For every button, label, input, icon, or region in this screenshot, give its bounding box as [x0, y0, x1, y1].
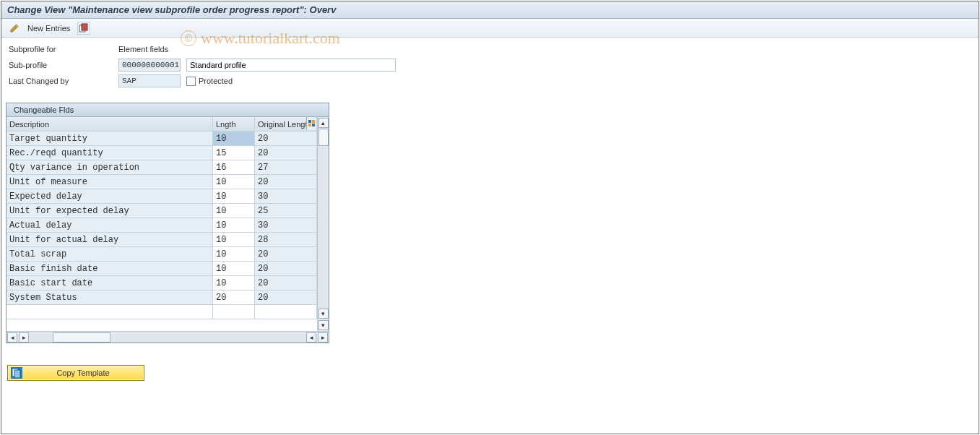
table-row[interactable]: Total scrap1020 [6, 247, 317, 262]
subprofile-label: Sub-profile [9, 61, 118, 69]
cell-length[interactable]: 10 [213, 276, 255, 290]
cell-description: Unit for expected delay [6, 204, 213, 218]
cell-description: System Status [6, 290, 213, 304]
changeable-fields-table: Changeable Flds Description Lngth Origin… [6, 103, 329, 343]
cell-description: Basic start date [6, 276, 213, 290]
cell-length[interactable]: 10 [213, 189, 255, 203]
table-row[interactable]: Actual delay1030 [6, 218, 317, 233]
cell-original-length: 20 [255, 247, 317, 261]
subprofile-for-label: Subprofile for [9, 45, 118, 53]
cell-original-length: 20 [255, 262, 317, 275]
cell-original-length: 30 [255, 189, 317, 203]
cell-original-length: 25 [255, 204, 317, 218]
cell-description: Qty variance in operation [6, 160, 213, 174]
cell-length[interactable]: 20 [213, 290, 255, 304]
cell-description: Target quantity [6, 132, 213, 145]
cell-length[interactable]: 10 [213, 247, 255, 261]
scroll-up-icon[interactable]: ▴ [318, 118, 329, 128]
cell-length[interactable]: 10 [213, 132, 255, 145]
scroll-right-icon[interactable]: ▸ [19, 332, 29, 343]
cell-description: Rec./reqd quantity [6, 146, 213, 160]
cell-description: Expected delay [6, 189, 213, 203]
table-row[interactable]: Unit for actual delay1028 [6, 233, 317, 247]
cell-length[interactable]: 10 [213, 218, 255, 232]
page-title: Change View "Maintenance view subprofile… [1, 1, 979, 19]
cell-length[interactable]: 10 [213, 262, 255, 275]
cell-length[interactable]: 10 [213, 175, 255, 189]
svg-rect-2 [308, 120, 311, 123]
last-changed-value: SAP [118, 74, 181, 87]
table-row [6, 305, 317, 319]
cell-description: Total scrap [6, 247, 213, 261]
hscroll-thumb[interactable] [53, 332, 110, 343]
cell-length[interactable]: 15 [213, 146, 255, 160]
cell-original-length: 20 [255, 276, 317, 290]
copy-template-icon [11, 367, 22, 379]
table-row[interactable]: Unit for expected delay1025 [6, 204, 317, 218]
cell-description: Actual delay [6, 218, 213, 232]
table-header: Description Lngth Original Length [6, 117, 317, 132]
cell-description: Basic finish date [6, 262, 213, 275]
horizontal-scrollbar[interactable]: ◂ ▸ ◂ ▸ [6, 331, 329, 343]
cell-description: Unit for actual delay [6, 233, 213, 246]
subprofile-desc-input[interactable] [186, 59, 396, 72]
svg-rect-5 [312, 124, 315, 126]
table-row[interactable]: Qty variance in operation1627 [6, 160, 317, 175]
form-area: Subprofile for Element fields Sub-profil… [1, 38, 979, 90]
protected-label: Protected [199, 77, 233, 85]
checkbox-icon [186, 77, 196, 86]
cell-original-length: 20 [255, 146, 317, 160]
copy-template-label: Copy Template [25, 369, 141, 377]
scroll-left2-icon[interactable]: ◂ [306, 332, 316, 343]
copy-template-button[interactable]: Copy Template [7, 365, 144, 381]
cell-description: Unit of measure [6, 175, 213, 189]
copy-as-icon[interactable] [77, 22, 90, 35]
svg-rect-3 [312, 120, 315, 123]
cell-original-length: 20 [255, 175, 317, 189]
svg-rect-1 [82, 24, 87, 30]
scroll-thumb[interactable] [318, 129, 329, 146]
cell-length[interactable]: 10 [213, 233, 255, 246]
scroll-down-icon[interactable]: ▾ [318, 309, 329, 319]
table-configure-icon[interactable] [306, 117, 316, 130]
subprofile-value: 000000000001 [118, 59, 181, 72]
cell-original-length: 28 [255, 233, 317, 246]
table-row[interactable]: Unit of measure1020 [6, 175, 317, 189]
cell-original-length: 30 [255, 218, 317, 232]
col-header-olen-text: Original Length [258, 120, 312, 129]
cell-original-length: 20 [255, 290, 317, 304]
svg-rect-7 [14, 370, 20, 378]
cell-original-length: 20 [255, 132, 317, 145]
col-header-description[interactable]: Description [6, 117, 213, 131]
svg-rect-4 [308, 124, 311, 126]
toggle-display-change-icon[interactable] [9, 22, 20, 34]
scroll-left-icon[interactable]: ◂ [7, 332, 17, 343]
cell-original-length: 27 [255, 160, 317, 174]
table-row[interactable]: Basic finish date1020 [6, 262, 317, 276]
new-entries-button[interactable]: New Entries [27, 24, 70, 33]
scroll-right2-icon[interactable]: ▸ [318, 332, 328, 343]
col-header-original-length[interactable]: Original Length [255, 117, 317, 131]
vertical-scrollbar[interactable]: ▴ ▾ ▾ [317, 117, 329, 331]
table-row[interactable]: Expected delay1030 [6, 189, 317, 204]
table-row[interactable]: System Status2020 [6, 290, 317, 305]
last-changed-label: Last Changed by [9, 77, 118, 85]
table-row[interactable]: Rec./reqd quantity1520 [6, 146, 317, 160]
scroll-bottom-icon[interactable]: ▾ [318, 320, 329, 330]
table-caption: Changeable Flds [6, 103, 329, 117]
protected-checkbox[interactable]: Protected [186, 77, 233, 86]
subprofile-for-value: Element fields [118, 45, 168, 53]
table-row[interactable]: Basic start date1020 [6, 276, 317, 290]
col-header-length[interactable]: Lngth [213, 117, 255, 131]
table-row[interactable]: Target quantity1020 [6, 132, 317, 146]
cell-length[interactable]: 16 [213, 160, 255, 174]
toolbar: New Entries [1, 19, 979, 38]
cell-length[interactable]: 10 [213, 204, 255, 218]
